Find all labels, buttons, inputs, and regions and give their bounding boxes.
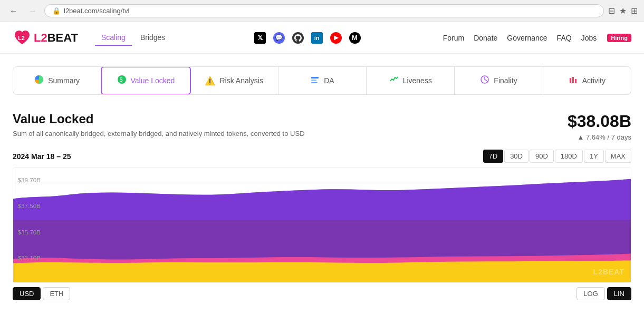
svg-rect-6: [311, 82, 318, 83]
scale-log[interactable]: LOG: [576, 287, 604, 300]
main-nav: Scaling Bridges: [95, 30, 171, 46]
extensions-icon[interactable]: ⊞: [631, 6, 638, 16]
activity-icon: [569, 75, 578, 86]
chart-container: $39.70B $37.50B $35.70B $33.10B L2BEAT: [13, 167, 631, 283]
tab-activity[interactable]: Activity: [543, 67, 631, 94]
star-icon[interactable]: ★: [619, 6, 627, 16]
donate-link[interactable]: Donate: [474, 34, 497, 42]
da-icon: [310, 75, 320, 86]
tab-activity-label: Activity: [582, 76, 605, 85]
governance-link[interactable]: Governance: [507, 34, 547, 42]
chart-controls: 2024 Mar 18 – 25 7D 30D 90D 180D 1Y MAX: [13, 150, 631, 163]
change-period: / 7 days: [607, 133, 631, 141]
browser-chrome: ← → 🔒 l2beat.com/scaling/tvl ⊟ ★ ⊞: [0, 0, 644, 22]
section-amount: $38.08B: [568, 112, 631, 131]
tab-liveness-label: Liveness: [403, 76, 432, 85]
youtube-icon[interactable]: ▶: [330, 32, 342, 44]
value-locked-icon: $: [117, 75, 127, 86]
nav-scaling[interactable]: Scaling: [95, 30, 132, 46]
tab-value-locked-label: Value Locked: [131, 76, 175, 85]
main-content: Summary $ Value Locked ⚠️ Risk Analysis …: [0, 66, 644, 300]
tab-da[interactable]: DA: [278, 67, 367, 94]
nav-bridges[interactable]: Bridges: [134, 30, 171, 46]
section-header: Value Locked Sum of all canonically brid…: [13, 112, 631, 141]
logo-beat: BEAT: [47, 31, 78, 44]
date-range: 2024 Mar 18 – 25: [13, 152, 71, 161]
change-value: ▲ 7.64%: [578, 133, 605, 141]
risk-icon: ⚠️: [205, 76, 215, 86]
address-bar[interactable]: 🔒 l2beat.com/scaling/tvl: [44, 4, 604, 17]
time-btn-7d[interactable]: 7D: [483, 150, 504, 163]
hiring-badge: Hiring: [607, 34, 631, 42]
tab-summary-label: Summary: [48, 76, 80, 85]
svg-text:$33.10B: $33.10B: [18, 255, 41, 262]
time-btn-1y[interactable]: 1Y: [584, 150, 604, 163]
tab-liveness[interactable]: Liveness: [367, 67, 455, 94]
logo-l2: L2: [34, 31, 47, 44]
tab-da-label: DA: [324, 76, 334, 85]
logo[interactable]: L2 L2BEAT: [13, 28, 78, 47]
header-right-nav: Forum Donate Governance FAQ Jobs Hiring: [443, 34, 631, 42]
tabs-container: Summary $ Value Locked ⚠️ Risk Analysis …: [13, 66, 631, 95]
currency-usd[interactable]: USD: [13, 287, 41, 300]
time-buttons: 7D 30D 90D 180D 1Y MAX: [483, 150, 632, 163]
svg-text:L2: L2: [18, 35, 25, 41]
svg-rect-4: [311, 77, 319, 78]
twitter-icon[interactable]: 𝕏: [254, 32, 266, 44]
section-change: ▲ 7.64% / 7 days: [568, 133, 631, 141]
social-links: 𝕏 💬 in ▶ M: [254, 32, 361, 44]
tab-value-locked[interactable]: $ Value Locked: [101, 66, 190, 95]
medium-icon[interactable]: M: [349, 32, 361, 44]
forum-link[interactable]: Forum: [443, 34, 464, 42]
section-title: Value Locked: [13, 112, 305, 126]
lock-icon: 🔒: [52, 7, 61, 15]
tab-risk-analysis[interactable]: ⚠️ Risk Analysis: [190, 67, 278, 94]
section-description: Sum of all canonically bridged, external…: [13, 130, 305, 137]
currency-eth[interactable]: ETH: [43, 287, 70, 300]
scale-buttons: LOG LIN: [576, 287, 631, 300]
chart-svg: $39.70B $37.50B $35.70B $33.10B: [13, 168, 631, 282]
time-btn-90d[interactable]: 90D: [530, 150, 554, 163]
time-btn-max[interactable]: MAX: [605, 150, 631, 163]
scale-lin[interactable]: LIN: [607, 287, 631, 300]
svg-text:$35.70B: $35.70B: [18, 229, 41, 235]
svg-rect-12: [575, 79, 576, 83]
svg-text:$39.70B: $39.70B: [18, 177, 41, 183]
svg-line-9: [485, 80, 487, 81]
header: L2 L2BEAT Scaling Bridges 𝕏 💬 in ▶ M For…: [0, 22, 644, 54]
jobs-link[interactable]: Jobs: [581, 34, 597, 42]
svg-rect-5: [311, 80, 316, 81]
discord-icon[interactable]: 💬: [273, 32, 285, 44]
tab-risk-label: Risk Analysis: [219, 76, 263, 85]
time-btn-180d[interactable]: 180D: [555, 150, 583, 163]
section: Value Locked Sum of all canonically brid…: [13, 112, 631, 300]
tab-finality-label: Finality: [494, 76, 517, 85]
bottom-controls: USD ETH LOG LIN: [13, 287, 631, 300]
time-btn-30d[interactable]: 30D: [504, 150, 528, 163]
chart-watermark: L2BEAT: [593, 268, 624, 276]
header-left: L2 L2BEAT Scaling Bridges: [13, 28, 171, 47]
linkedin-icon[interactable]: in: [311, 32, 323, 44]
svg-rect-11: [572, 77, 574, 83]
liveness-icon: [389, 75, 399, 86]
github-icon[interactable]: [292, 32, 304, 44]
section-left: Value Locked Sum of all canonically brid…: [13, 112, 305, 137]
tab-finality[interactable]: Finality: [455, 67, 543, 94]
url-text: l2beat.com/scaling/tvl: [64, 7, 129, 15]
faq-link[interactable]: FAQ: [557, 34, 572, 42]
back-button[interactable]: ←: [6, 5, 21, 17]
logo-icon: L2: [13, 28, 32, 47]
svg-text:$37.50B: $37.50B: [18, 203, 41, 210]
forward-button[interactable]: →: [25, 5, 40, 17]
translate-icon[interactable]: ⊟: [608, 6, 615, 16]
browser-actions: ⊟ ★ ⊞: [608, 6, 638, 16]
summary-icon: [34, 75, 44, 86]
section-value: $38.08B ▲ 7.64% / 7 days: [568, 112, 631, 141]
svg-rect-10: [570, 78, 571, 83]
svg-text:$: $: [120, 77, 123, 83]
finality-icon: [480, 75, 489, 86]
tab-summary[interactable]: Summary: [13, 67, 101, 94]
currency-buttons: USD ETH: [13, 287, 70, 300]
